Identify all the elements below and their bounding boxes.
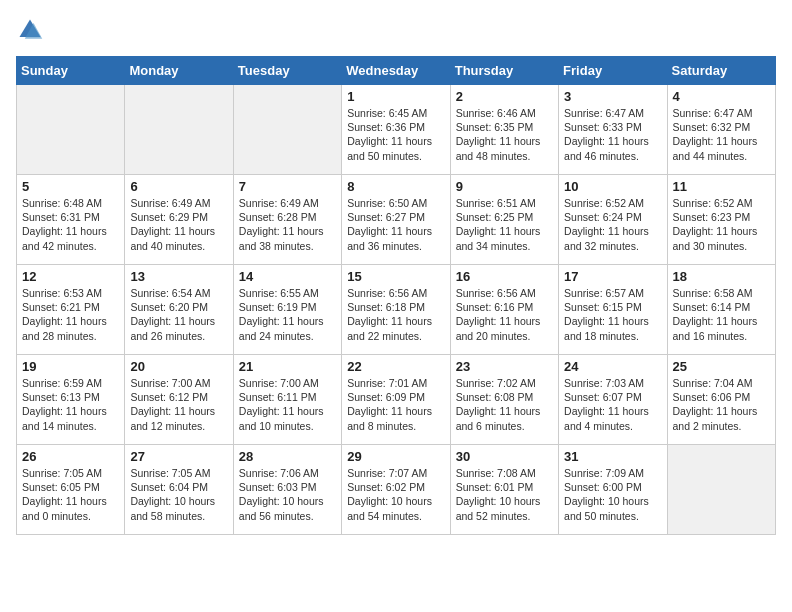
calendar-cell: 15Sunrise: 6:56 AM Sunset: 6:18 PM Dayli…: [342, 265, 450, 355]
calendar-cell: 6Sunrise: 6:49 AM Sunset: 6:29 PM Daylig…: [125, 175, 233, 265]
calendar-week-row: 19Sunrise: 6:59 AM Sunset: 6:13 PM Dayli…: [17, 355, 776, 445]
cell-info: Sunrise: 6:49 AM Sunset: 6:29 PM Dayligh…: [130, 196, 227, 253]
cell-info: Sunrise: 7:00 AM Sunset: 6:12 PM Dayligh…: [130, 376, 227, 433]
cell-info: Sunrise: 7:05 AM Sunset: 6:05 PM Dayligh…: [22, 466, 119, 523]
cell-info: Sunrise: 6:45 AM Sunset: 6:36 PM Dayligh…: [347, 106, 444, 163]
calendar-cell: 5Sunrise: 6:48 AM Sunset: 6:31 PM Daylig…: [17, 175, 125, 265]
day-number: 9: [456, 179, 553, 194]
weekday-header-tuesday: Tuesday: [233, 57, 341, 85]
weekday-header-wednesday: Wednesday: [342, 57, 450, 85]
calendar-cell: 24Sunrise: 7:03 AM Sunset: 6:07 PM Dayli…: [559, 355, 667, 445]
day-number: 6: [130, 179, 227, 194]
cell-info: Sunrise: 6:55 AM Sunset: 6:19 PM Dayligh…: [239, 286, 336, 343]
cell-info: Sunrise: 6:54 AM Sunset: 6:20 PM Dayligh…: [130, 286, 227, 343]
logo-icon: [16, 16, 44, 44]
calendar-week-row: 26Sunrise: 7:05 AM Sunset: 6:05 PM Dayli…: [17, 445, 776, 535]
cell-info: Sunrise: 6:52 AM Sunset: 6:23 PM Dayligh…: [673, 196, 770, 253]
calendar-cell: 19Sunrise: 6:59 AM Sunset: 6:13 PM Dayli…: [17, 355, 125, 445]
calendar-cell: [125, 85, 233, 175]
day-number: 20: [130, 359, 227, 374]
calendar-cell: [667, 445, 775, 535]
calendar-cell: 26Sunrise: 7:05 AM Sunset: 6:05 PM Dayli…: [17, 445, 125, 535]
calendar-cell: 18Sunrise: 6:58 AM Sunset: 6:14 PM Dayli…: [667, 265, 775, 355]
calendar-cell: 20Sunrise: 7:00 AM Sunset: 6:12 PM Dayli…: [125, 355, 233, 445]
day-number: 8: [347, 179, 444, 194]
day-number: 10: [564, 179, 661, 194]
calendar-table: SundayMondayTuesdayWednesdayThursdayFrid…: [16, 56, 776, 535]
cell-info: Sunrise: 6:50 AM Sunset: 6:27 PM Dayligh…: [347, 196, 444, 253]
calendar-cell: 22Sunrise: 7:01 AM Sunset: 6:09 PM Dayli…: [342, 355, 450, 445]
day-number: 17: [564, 269, 661, 284]
weekday-header-sunday: Sunday: [17, 57, 125, 85]
cell-info: Sunrise: 6:46 AM Sunset: 6:35 PM Dayligh…: [456, 106, 553, 163]
day-number: 5: [22, 179, 119, 194]
calendar-cell: 13Sunrise: 6:54 AM Sunset: 6:20 PM Dayli…: [125, 265, 233, 355]
cell-info: Sunrise: 7:06 AM Sunset: 6:03 PM Dayligh…: [239, 466, 336, 523]
day-number: 16: [456, 269, 553, 284]
day-number: 30: [456, 449, 553, 464]
weekday-header-row: SundayMondayTuesdayWednesdayThursdayFrid…: [17, 57, 776, 85]
cell-info: Sunrise: 6:56 AM Sunset: 6:18 PM Dayligh…: [347, 286, 444, 343]
calendar-cell: 28Sunrise: 7:06 AM Sunset: 6:03 PM Dayli…: [233, 445, 341, 535]
calendar-cell: 30Sunrise: 7:08 AM Sunset: 6:01 PM Dayli…: [450, 445, 558, 535]
calendar-cell: [17, 85, 125, 175]
cell-info: Sunrise: 7:08 AM Sunset: 6:01 PM Dayligh…: [456, 466, 553, 523]
cell-info: Sunrise: 6:57 AM Sunset: 6:15 PM Dayligh…: [564, 286, 661, 343]
day-number: 22: [347, 359, 444, 374]
day-number: 31: [564, 449, 661, 464]
cell-info: Sunrise: 7:03 AM Sunset: 6:07 PM Dayligh…: [564, 376, 661, 433]
cell-info: Sunrise: 6:47 AM Sunset: 6:32 PM Dayligh…: [673, 106, 770, 163]
cell-info: Sunrise: 6:47 AM Sunset: 6:33 PM Dayligh…: [564, 106, 661, 163]
calendar-cell: 12Sunrise: 6:53 AM Sunset: 6:21 PM Dayli…: [17, 265, 125, 355]
calendar-cell: 29Sunrise: 7:07 AM Sunset: 6:02 PM Dayli…: [342, 445, 450, 535]
cell-info: Sunrise: 6:52 AM Sunset: 6:24 PM Dayligh…: [564, 196, 661, 253]
day-number: 11: [673, 179, 770, 194]
cell-info: Sunrise: 6:51 AM Sunset: 6:25 PM Dayligh…: [456, 196, 553, 253]
cell-info: Sunrise: 7:09 AM Sunset: 6:00 PM Dayligh…: [564, 466, 661, 523]
cell-info: Sunrise: 7:07 AM Sunset: 6:02 PM Dayligh…: [347, 466, 444, 523]
calendar-week-row: 5Sunrise: 6:48 AM Sunset: 6:31 PM Daylig…: [17, 175, 776, 265]
calendar-cell: 16Sunrise: 6:56 AM Sunset: 6:16 PM Dayli…: [450, 265, 558, 355]
day-number: 3: [564, 89, 661, 104]
calendar-cell: 10Sunrise: 6:52 AM Sunset: 6:24 PM Dayli…: [559, 175, 667, 265]
day-number: 26: [22, 449, 119, 464]
cell-info: Sunrise: 6:53 AM Sunset: 6:21 PM Dayligh…: [22, 286, 119, 343]
day-number: 23: [456, 359, 553, 374]
day-number: 4: [673, 89, 770, 104]
calendar-cell: [233, 85, 341, 175]
calendar-week-row: 1Sunrise: 6:45 AM Sunset: 6:36 PM Daylig…: [17, 85, 776, 175]
cell-info: Sunrise: 7:02 AM Sunset: 6:08 PM Dayligh…: [456, 376, 553, 433]
cell-info: Sunrise: 6:56 AM Sunset: 6:16 PM Dayligh…: [456, 286, 553, 343]
calendar-cell: 27Sunrise: 7:05 AM Sunset: 6:04 PM Dayli…: [125, 445, 233, 535]
day-number: 2: [456, 89, 553, 104]
day-number: 14: [239, 269, 336, 284]
calendar-cell: 21Sunrise: 7:00 AM Sunset: 6:11 PM Dayli…: [233, 355, 341, 445]
day-number: 18: [673, 269, 770, 284]
calendar-cell: 9Sunrise: 6:51 AM Sunset: 6:25 PM Daylig…: [450, 175, 558, 265]
day-number: 7: [239, 179, 336, 194]
weekday-header-monday: Monday: [125, 57, 233, 85]
calendar-cell: 8Sunrise: 6:50 AM Sunset: 6:27 PM Daylig…: [342, 175, 450, 265]
cell-info: Sunrise: 6:48 AM Sunset: 6:31 PM Dayligh…: [22, 196, 119, 253]
day-number: 27: [130, 449, 227, 464]
weekday-header-thursday: Thursday: [450, 57, 558, 85]
cell-info: Sunrise: 6:59 AM Sunset: 6:13 PM Dayligh…: [22, 376, 119, 433]
weekday-header-friday: Friday: [559, 57, 667, 85]
day-number: 12: [22, 269, 119, 284]
cell-info: Sunrise: 7:04 AM Sunset: 6:06 PM Dayligh…: [673, 376, 770, 433]
cell-info: Sunrise: 7:01 AM Sunset: 6:09 PM Dayligh…: [347, 376, 444, 433]
cell-info: Sunrise: 7:00 AM Sunset: 6:11 PM Dayligh…: [239, 376, 336, 433]
day-number: 19: [22, 359, 119, 374]
calendar-cell: 3Sunrise: 6:47 AM Sunset: 6:33 PM Daylig…: [559, 85, 667, 175]
calendar-cell: 17Sunrise: 6:57 AM Sunset: 6:15 PM Dayli…: [559, 265, 667, 355]
day-number: 24: [564, 359, 661, 374]
calendar-week-row: 12Sunrise: 6:53 AM Sunset: 6:21 PM Dayli…: [17, 265, 776, 355]
calendar-cell: 31Sunrise: 7:09 AM Sunset: 6:00 PM Dayli…: [559, 445, 667, 535]
day-number: 28: [239, 449, 336, 464]
cell-info: Sunrise: 7:05 AM Sunset: 6:04 PM Dayligh…: [130, 466, 227, 523]
calendar-cell: 23Sunrise: 7:02 AM Sunset: 6:08 PM Dayli…: [450, 355, 558, 445]
logo: [16, 16, 48, 44]
page-header: [16, 16, 776, 44]
calendar-cell: 11Sunrise: 6:52 AM Sunset: 6:23 PM Dayli…: [667, 175, 775, 265]
day-number: 25: [673, 359, 770, 374]
